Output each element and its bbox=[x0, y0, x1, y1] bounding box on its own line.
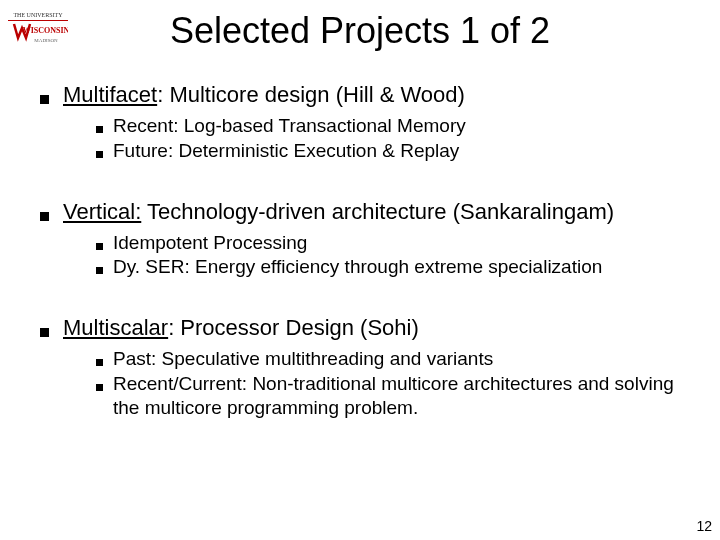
section-name: Multifacet bbox=[63, 82, 157, 107]
square-bullet-icon bbox=[40, 95, 49, 104]
list-item-text: Past: Speculative multithreading and var… bbox=[113, 347, 690, 371]
svg-text:WISCONSIN: WISCONSIN bbox=[23, 26, 68, 35]
section-multifacet: Multifacet: Multicore design (Hill & Woo… bbox=[40, 82, 690, 163]
section-rest: : Processor Design (Sohi) bbox=[168, 315, 419, 340]
square-bullet-icon bbox=[40, 328, 49, 337]
square-bullet-icon bbox=[96, 359, 103, 366]
square-bullet-icon bbox=[96, 151, 103, 158]
section-name: Multiscalar bbox=[63, 315, 168, 340]
section-rest: Technology-driven architecture (Sankaral… bbox=[141, 199, 614, 224]
square-bullet-icon bbox=[96, 384, 103, 391]
section-rest: : Multicore design (Hill & Wood) bbox=[157, 82, 465, 107]
list-item: Past: Speculative multithreading and var… bbox=[96, 347, 690, 371]
square-bullet-icon bbox=[96, 126, 103, 133]
section-heading: Vertical: Technology-driven architecture… bbox=[40, 199, 690, 225]
slide-content: Multifacet: Multicore design (Hill & Woo… bbox=[0, 82, 720, 419]
square-bullet-icon bbox=[40, 212, 49, 221]
list-item: Dy. SER: Energy efficiency through extre… bbox=[96, 255, 690, 279]
list-item-text: Dy. SER: Energy efficiency through extre… bbox=[113, 255, 690, 279]
square-bullet-icon bbox=[96, 267, 103, 274]
square-bullet-icon bbox=[96, 243, 103, 250]
svg-text:THE UNIVERSITY: THE UNIVERSITY bbox=[13, 12, 63, 18]
section-heading: Multifacet: Multicore design (Hill & Woo… bbox=[40, 82, 690, 108]
list-item: Future: Deterministic Execution & Replay bbox=[96, 139, 690, 163]
section-vertical: Vertical: Technology-driven architecture… bbox=[40, 199, 690, 280]
list-item: Idempotent Processing bbox=[96, 231, 690, 255]
list-item: Recent/Current: Non-traditional multicor… bbox=[96, 372, 690, 420]
list-item-text: Idempotent Processing bbox=[113, 231, 690, 255]
section-name: Vertical: bbox=[63, 199, 141, 224]
slide-title: Selected Projects 1 of 2 bbox=[0, 0, 720, 82]
list-item-text: Future: Deterministic Execution & Replay bbox=[113, 139, 690, 163]
section-multiscalar: Multiscalar: Processor Design (Sohi) Pas… bbox=[40, 315, 690, 419]
svg-rect-2 bbox=[8, 20, 68, 21]
list-item-text: Recent: Log-based Transactional Memory bbox=[113, 114, 690, 138]
list-item: Recent: Log-based Transactional Memory bbox=[96, 114, 690, 138]
list-item-text: Recent/Current: Non-traditional multicor… bbox=[113, 372, 690, 420]
wisconsin-logo: THE UNIVERSITY WISCONSIN MADISON bbox=[8, 8, 68, 48]
section-heading: Multiscalar: Processor Design (Sohi) bbox=[40, 315, 690, 341]
svg-text:MADISON: MADISON bbox=[34, 38, 58, 43]
page-number: 12 bbox=[696, 518, 712, 534]
